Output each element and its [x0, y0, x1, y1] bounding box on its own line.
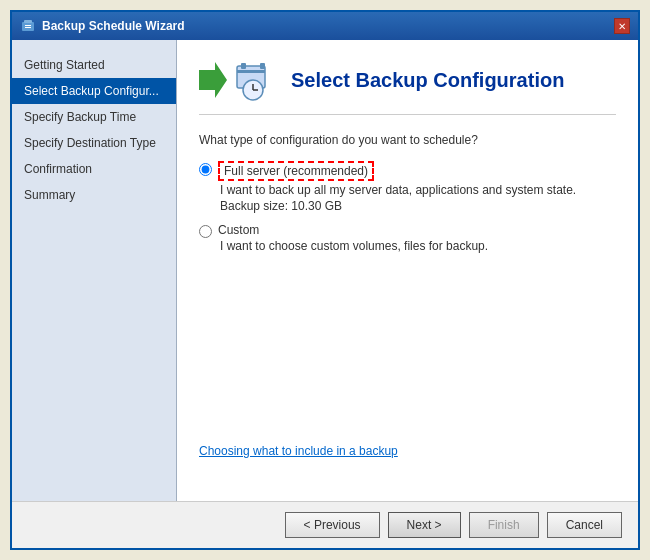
sidebar-item-getting-started[interactable]: Getting Started [12, 52, 176, 78]
backup-size: Backup size: 10.30 GB [218, 199, 576, 213]
backup-clock-icon [231, 58, 275, 102]
sidebar-item-confirmation[interactable]: Confirmation [12, 156, 176, 182]
svg-rect-6 [241, 63, 246, 69]
title-bar-left: Backup Schedule Wizard [20, 18, 185, 34]
full-server-content: Full server (recommended) I want to back… [218, 161, 576, 213]
custom-content: Custom I want to choose custom volumes, … [218, 223, 488, 253]
main-content: Select Backup Configuration What type of… [177, 40, 638, 501]
full-server-option: Full server (recommended) I want to back… [199, 161, 616, 213]
close-button[interactable]: ✕ [614, 18, 630, 34]
footer: < Previous Next > Finish Cancel [12, 501, 638, 548]
svg-rect-3 [25, 27, 31, 28]
title-bar: Backup Schedule Wizard ✕ [12, 12, 638, 40]
custom-option: Custom I want to choose custom volumes, … [199, 223, 616, 253]
previous-button[interactable]: < Previous [285, 512, 380, 538]
sidebar-item-specify-time[interactable]: Specify Backup Time [12, 104, 176, 130]
content-area: What type of configuration do you want t… [199, 133, 616, 483]
full-server-label-text: Full server (recommended) [218, 161, 374, 181]
finish-button[interactable]: Finish [469, 512, 539, 538]
page-title: Select Backup Configuration [291, 69, 564, 92]
svg-marker-4 [199, 62, 227, 98]
full-server-label[interactable]: Full server (recommended) [218, 161, 576, 181]
arrow-icon [199, 58, 227, 102]
full-server-desc: I want to back up all my server data, ap… [218, 183, 576, 197]
sidebar-item-specify-dest[interactable]: Specify Destination Type [12, 130, 176, 156]
custom-radio[interactable] [199, 225, 212, 238]
wizard-window: Backup Schedule Wizard ✕ Getting Started… [10, 10, 640, 550]
title-bar-icon [20, 18, 36, 34]
sidebar: Getting Started Select Backup Configur..… [12, 40, 177, 501]
sidebar-item-select-backup[interactable]: Select Backup Configur... [12, 78, 176, 104]
svg-rect-7 [260, 63, 265, 69]
question-text: What type of configuration do you want t… [199, 133, 616, 147]
cancel-button[interactable]: Cancel [547, 512, 622, 538]
header-area: Select Backup Configuration [199, 58, 616, 115]
svg-rect-0 [22, 22, 34, 31]
full-server-radio[interactable] [199, 163, 212, 176]
next-button[interactable]: Next > [388, 512, 461, 538]
custom-desc: I want to choose custom volumes, files f… [218, 239, 488, 253]
svg-rect-2 [25, 25, 31, 26]
svg-rect-8 [237, 70, 265, 73]
wizard-body: Getting Started Select Backup Configur..… [12, 40, 638, 501]
svg-rect-1 [24, 20, 32, 23]
help-link[interactable]: Choosing what to include in a backup [199, 444, 398, 458]
custom-label[interactable]: Custom [218, 223, 488, 237]
sidebar-item-summary[interactable]: Summary [12, 182, 176, 208]
title-bar-title: Backup Schedule Wizard [42, 19, 185, 33]
